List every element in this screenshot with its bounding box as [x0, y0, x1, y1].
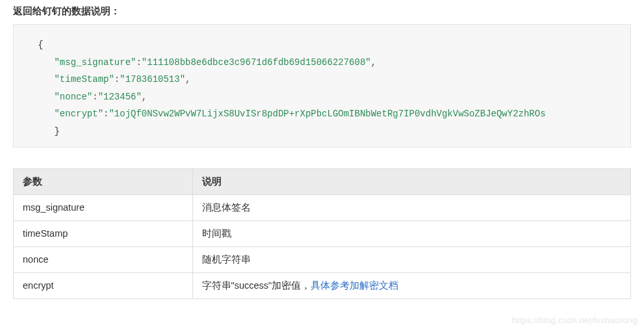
th-param: 参数	[14, 168, 193, 194]
td-param: timeStamp	[14, 220, 193, 246]
code-block[interactable]: { "msg_signature":"111108bb8e6dbce3c9671…	[13, 24, 631, 148]
section-title: 返回给钉钉的数据说明：	[13, 5, 631, 18]
table-row: encrypt 字符串"success"加密值，具体参考加解密文档	[14, 272, 631, 298]
table-header-row: 参数 说明	[14, 168, 631, 194]
td-desc: 时间戳	[192, 220, 631, 246]
td-param: nonce	[14, 246, 193, 272]
th-desc: 说明	[192, 168, 631, 194]
doc-link[interactable]: 具体参考加解密文档	[311, 280, 398, 291]
table-row: msg_signature 消息体签名	[14, 194, 631, 220]
json-code: { "msg_signature":"111108bb8e6dbce3c9671…	[21, 36, 623, 140]
td-desc: 随机字符串	[192, 246, 631, 272]
table-row: timeStamp 时间戳	[14, 220, 631, 246]
td-param: encrypt	[14, 272, 193, 298]
td-desc: 消息体签名	[192, 194, 631, 220]
td-desc: 字符串"success"加密值，具体参考加解密文档	[192, 272, 631, 298]
table-row: nonce 随机字符串	[14, 246, 631, 272]
td-param: msg_signature	[14, 194, 193, 220]
params-table: 参数 说明 msg_signature 消息体签名 timeStamp 时间戳 …	[13, 168, 631, 299]
